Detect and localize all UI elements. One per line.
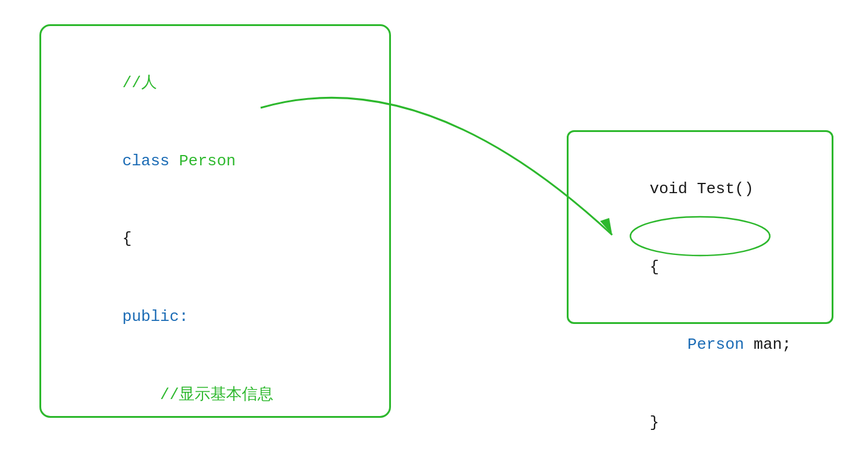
line-showinfo: void showInfo(); <box>65 434 365 459</box>
main-container: //人 class Person { public: //显示基本信息 void… <box>0 0 868 459</box>
line-open-brace1: { <box>65 200 365 278</box>
line-comment1: //人 <box>65 44 365 122</box>
open-brace1: { <box>122 230 132 248</box>
person-indent <box>650 335 687 354</box>
comment2-text: //显示基本信息 <box>122 386 274 404</box>
line-close-brace2: } <box>593 384 807 459</box>
left-code-box: //人 class Person { public: //显示基本信息 void… <box>39 24 391 418</box>
line-class-decl: class Person <box>65 122 365 200</box>
close-brace2: } <box>650 414 659 432</box>
open-brace2: { <box>650 258 659 276</box>
class-name: Person <box>179 152 236 170</box>
keyword-person: Person <box>687 335 744 354</box>
line-public1: public: <box>65 278 365 356</box>
line-person-man: Person man; <box>593 306 807 384</box>
line-open-brace2: { <box>593 228 807 306</box>
comment1-text: //人 <box>122 74 157 92</box>
line-void-test: void Test() <box>593 150 807 228</box>
line-comment2: //显示基本信息 <box>65 356 365 434</box>
right-code-box: void Test() { Person man; } <box>567 130 833 324</box>
man-text: man; <box>744 335 792 354</box>
keyword-public1: public: <box>122 308 189 326</box>
void-test-text: void Test() <box>650 180 754 198</box>
keyword-class: class <box>122 152 179 170</box>
